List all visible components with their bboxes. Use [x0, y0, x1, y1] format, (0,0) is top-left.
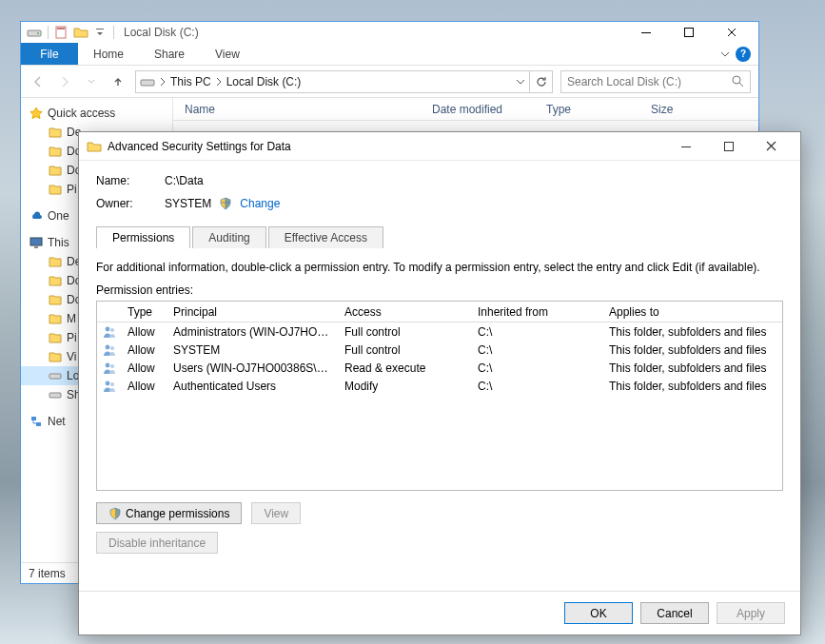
cell-inherited: C:\ [472, 343, 603, 357]
ribbon-expand-icon[interactable] [720, 49, 730, 59]
cell-type: Allow [122, 361, 167, 375]
ribbon-view-tab[interactable]: View [200, 43, 255, 65]
folder-icon [48, 330, 63, 345]
breadcrumb-this-pc[interactable]: This PC [170, 75, 211, 88]
ribbon-share-tab[interactable]: Share [139, 43, 200, 65]
security-dialog: Advanced Security Settings for Data Name… [78, 131, 801, 635]
svg-rect-6 [684, 29, 693, 37]
tree-label: Net [48, 415, 66, 428]
cell-type: Allow [122, 343, 167, 357]
tab-effective-access[interactable]: Effective Access [268, 226, 383, 248]
ribbon: File Home Share View ? [21, 43, 758, 66]
cell-access: Modify [339, 380, 472, 393]
folder-icon [48, 163, 63, 178]
qat-dropdown-icon[interactable] [92, 25, 108, 40]
table-header[interactable]: Type Principal Access Inherited from App… [97, 302, 782, 322]
table-row[interactable]: AllowAuthenticated UsersModifyC:\This fo… [97, 377, 782, 395]
change-owner-link[interactable]: Change [240, 197, 280, 210]
button-label: View [264, 507, 288, 520]
column-name[interactable]: Name [173, 103, 421, 116]
cancel-button[interactable]: Cancel [640, 602, 709, 624]
new-folder-icon[interactable] [73, 25, 88, 40]
change-permissions-button[interactable]: Change permissions [96, 502, 242, 524]
tab-auditing[interactable]: Auditing [192, 226, 265, 248]
cell-principal: Users (WIN-OJ7HO00386S\Us… [167, 361, 339, 375]
col-type[interactable]: Type [122, 305, 167, 319]
svg-point-24 [110, 382, 114, 386]
col-applies[interactable]: Applies to [603, 305, 782, 319]
col-principal[interactable]: Principal [167, 305, 339, 319]
refresh-button[interactable] [530, 70, 553, 93]
column-type[interactable]: Type [535, 103, 639, 116]
window-title: Local Disk (C:) [124, 26, 199, 39]
ribbon-home-tab[interactable]: Home [78, 43, 139, 65]
properties-icon[interactable] [54, 25, 69, 40]
column-date[interactable]: Date modified [421, 103, 535, 116]
maximize-button[interactable] [667, 23, 710, 42]
item-count: 7 items [29, 567, 66, 580]
separator [113, 26, 114, 39]
drive-icon [48, 387, 63, 402]
svg-rect-13 [31, 417, 36, 420]
address-bar[interactable]: This PC Local Disk (C:) [135, 70, 530, 93]
svg-point-1 [37, 32, 39, 34]
shield-icon [219, 197, 232, 210]
recent-dropdown-icon[interactable] [82, 72, 101, 91]
users-icon [97, 361, 122, 375]
owner-label: Owner: [96, 197, 165, 210]
search-icon [732, 75, 744, 88]
cell-access: Full control [339, 343, 472, 357]
dialog-titlebar[interactable]: Advanced Security Settings for Data [79, 132, 800, 161]
close-button[interactable] [750, 137, 793, 156]
explorer-titlebar[interactable]: Local Disk (C:) [21, 22, 758, 43]
cloud-icon [29, 208, 44, 224]
disable-inheritance-button[interactable]: Disable inheritance [96, 532, 218, 554]
tree-label: Quick access [48, 107, 115, 120]
table-row[interactable]: AllowAdministrators (WIN-OJ7HO0…Full con… [97, 322, 782, 341]
col-access[interactable]: Access [339, 305, 472, 319]
column-headers[interactable]: Name Date modified Type Size [173, 98, 758, 121]
back-button[interactable] [29, 72, 48, 91]
folder-icon [48, 292, 63, 307]
table-row[interactable]: AllowSYSTEMFull controlC:\This folder, s… [97, 341, 782, 359]
maximize-button[interactable] [707, 137, 750, 156]
search-input[interactable]: Search Local Disk (C:) [560, 70, 751, 93]
svg-point-17 [106, 326, 110, 331]
column-size[interactable]: Size [639, 103, 716, 116]
cell-applies: This folder, subfolders and files [603, 380, 782, 393]
name-value: C:\Data [165, 174, 204, 187]
minimize-button[interactable] [664, 137, 707, 156]
chevron-right-icon[interactable] [215, 77, 223, 87]
col-inherited[interactable]: Inherited from [472, 305, 603, 319]
folder-icon [48, 254, 63, 269]
breadcrumb-drive[interactable]: Local Disk (C:) [226, 75, 302, 88]
close-button[interactable] [710, 23, 753, 42]
quick-access-toolbar: Local Disk (C:) [27, 25, 199, 40]
forward-button[interactable] [55, 72, 74, 91]
button-label: Change permissions [126, 507, 229, 520]
apply-button[interactable]: Apply [717, 602, 785, 624]
permission-table[interactable]: Type Principal Access Inherited from App… [96, 301, 783, 491]
folder-icon [48, 349, 63, 364]
folder-icon [87, 139, 102, 154]
users-icon [97, 343, 122, 357]
svg-point-20 [110, 346, 114, 350]
ribbon-file-tab[interactable]: File [21, 43, 78, 65]
tree-label: This [48, 236, 69, 249]
chevron-right-icon[interactable] [159, 77, 167, 87]
address-dropdown-icon[interactable] [516, 77, 525, 87]
ok-button[interactable]: OK [564, 602, 633, 624]
help-icon[interactable]: ? [736, 47, 751, 62]
tab-permissions[interactable]: Permissions [96, 226, 190, 248]
svg-point-21 [106, 362, 110, 367]
svg-rect-16 [724, 142, 733, 150]
quick-access-node[interactable]: Quick access [21, 104, 172, 123]
minimize-button[interactable] [624, 23, 667, 42]
cell-access: Read & execute [339, 361, 472, 375]
name-label: Name: [96, 174, 165, 187]
up-button[interactable] [108, 72, 128, 91]
svg-point-8 [733, 76, 740, 84]
table-row[interactable]: AllowUsers (WIN-OJ7HO00386S\Us…Read & ex… [97, 359, 782, 377]
cell-applies: This folder, subfolders and files [603, 325, 782, 339]
view-button[interactable]: View [251, 502, 301, 524]
